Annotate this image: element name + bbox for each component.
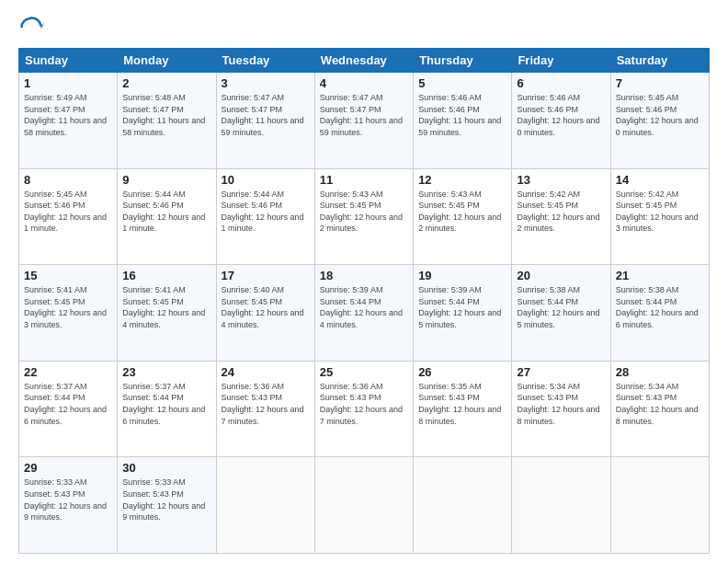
calendar-cell: 21Sunrise: 5:38 AMSunset: 5:44 PMDayligh…: [610, 265, 709, 362]
day-info: Sunrise: 5:47 AMSunset: 5:47 PMDaylight:…: [222, 93, 304, 137]
calendar-cell: 6Sunrise: 5:46 AMSunset: 5:46 PMDaylight…: [512, 73, 610, 169]
day-number: 6: [517, 76, 605, 90]
calendar-cell: 19Sunrise: 5:39 AMSunset: 5:44 PMDayligh…: [414, 265, 512, 362]
day-info: Sunrise: 5:33 AMSunset: 5:43 PMDaylight:…: [122, 477, 205, 522]
calendar-cell: 28Sunrise: 5:34 AMSunset: 5:43 PMDayligh…: [610, 361, 709, 457]
day-number: 25: [320, 365, 408, 379]
weekday-header-tuesday: Tuesday: [216, 49, 314, 73]
day-number: 24: [222, 365, 310, 379]
calendar-cell: 16Sunrise: 5:41 AMSunset: 5:45 PMDayligh…: [118, 265, 216, 362]
day-info: Sunrise: 5:37 AMSunset: 5:44 PMDaylight:…: [24, 382, 107, 426]
calendar-cell: [216, 457, 314, 554]
day-info: Sunrise: 5:44 AMSunset: 5:46 PMDaylight:…: [222, 190, 304, 234]
day-info: Sunrise: 5:39 AMSunset: 5:44 PMDaylight:…: [418, 285, 501, 329]
calendar-cell: 2Sunrise: 5:48 AMSunset: 5:47 PMDaylight…: [118, 73, 216, 169]
day-number: 11: [320, 173, 408, 187]
day-info: Sunrise: 5:40 AMSunset: 5:45 PMDaylight:…: [222, 285, 304, 329]
day-info: Sunrise: 5:39 AMSunset: 5:44 PMDaylight:…: [320, 285, 403, 329]
calendar-cell: [512, 457, 610, 554]
calendar-cell: [414, 457, 512, 554]
day-info: Sunrise: 5:38 AMSunset: 5:44 PMDaylight:…: [616, 285, 699, 329]
calendar-cell: 3Sunrise: 5:47 AMSunset: 5:47 PMDaylight…: [216, 73, 314, 169]
day-number: 2: [122, 76, 210, 90]
weekday-header-row: SundayMondayTuesdayWednesdayThursdayFrid…: [19, 49, 710, 73]
day-info: Sunrise: 5:43 AMSunset: 5:45 PMDaylight:…: [418, 190, 501, 234]
page: SundayMondayTuesdayWednesdayThursdayFrid…: [0, 0, 728, 563]
calendar-cell: 4Sunrise: 5:47 AMSunset: 5:47 PMDaylight…: [314, 73, 413, 169]
day-number: 9: [122, 173, 210, 187]
day-number: 15: [24, 269, 112, 282]
calendar-cell: 11Sunrise: 5:43 AMSunset: 5:45 PMDayligh…: [314, 168, 413, 265]
calendar-cell: 20Sunrise: 5:38 AMSunset: 5:44 PMDayligh…: [512, 265, 610, 362]
weekday-header-wednesday: Wednesday: [314, 49, 413, 73]
day-info: Sunrise: 5:43 AMSunset: 5:45 PMDaylight:…: [320, 190, 403, 234]
calendar-week-4: 22Sunrise: 5:37 AMSunset: 5:44 PMDayligh…: [19, 361, 710, 457]
weekday-header-friday: Friday: [512, 49, 610, 73]
day-info: Sunrise: 5:34 AMSunset: 5:43 PMDaylight:…: [616, 382, 699, 426]
weekday-header-monday: Monday: [118, 49, 216, 73]
day-info: Sunrise: 5:44 AMSunset: 5:46 PMDaylight:…: [122, 190, 205, 234]
calendar-cell: [314, 457, 413, 554]
calendar-cell: 18Sunrise: 5:39 AMSunset: 5:44 PMDayligh…: [314, 265, 413, 362]
weekday-header-saturday: Saturday: [610, 49, 709, 73]
calendar-cell: 15Sunrise: 5:41 AMSunset: 5:45 PMDayligh…: [19, 265, 118, 362]
logo-icon: [18, 15, 44, 40]
day-number: 1: [24, 76, 112, 90]
calendar-cell: 9Sunrise: 5:44 AMSunset: 5:46 PMDaylight…: [118, 168, 216, 265]
calendar-cell: 1Sunrise: 5:49 AMSunset: 5:47 PMDaylight…: [19, 73, 118, 169]
calendar-cell: 23Sunrise: 5:37 AMSunset: 5:44 PMDayligh…: [118, 361, 216, 457]
day-info: Sunrise: 5:41 AMSunset: 5:45 PMDaylight:…: [24, 285, 107, 329]
calendar-week-2: 8Sunrise: 5:45 AMSunset: 5:46 PMDaylight…: [19, 168, 710, 265]
calendar-week-1: 1Sunrise: 5:49 AMSunset: 5:47 PMDaylight…: [19, 73, 710, 169]
weekday-header-thursday: Thursday: [414, 49, 512, 73]
header: [18, 15, 710, 40]
calendar-cell: 30Sunrise: 5:33 AMSunset: 5:43 PMDayligh…: [118, 457, 216, 554]
calendar-table: SundayMondayTuesdayWednesdayThursdayFrid…: [18, 48, 710, 554]
calendar-cell: 27Sunrise: 5:34 AMSunset: 5:43 PMDayligh…: [512, 361, 610, 457]
calendar-cell: 22Sunrise: 5:37 AMSunset: 5:44 PMDayligh…: [19, 361, 118, 457]
day-info: Sunrise: 5:41 AMSunset: 5:45 PMDaylight:…: [122, 285, 205, 329]
calendar-cell: 8Sunrise: 5:45 AMSunset: 5:46 PMDaylight…: [19, 168, 118, 265]
day-number: 5: [418, 76, 506, 90]
calendar-week-5: 29Sunrise: 5:33 AMSunset: 5:43 PMDayligh…: [19, 457, 710, 554]
day-number: 10: [222, 173, 310, 187]
day-number: 3: [222, 76, 310, 90]
day-number: 7: [616, 76, 704, 90]
day-info: Sunrise: 5:45 AMSunset: 5:46 PMDaylight:…: [616, 93, 699, 137]
day-info: Sunrise: 5:46 AMSunset: 5:46 PMDaylight:…: [517, 93, 599, 137]
calendar-cell: 7Sunrise: 5:45 AMSunset: 5:46 PMDaylight…: [610, 73, 709, 169]
day-info: Sunrise: 5:38 AMSunset: 5:44 PMDaylight:…: [517, 285, 599, 329]
calendar-cell: 29Sunrise: 5:33 AMSunset: 5:43 PMDayligh…: [19, 457, 118, 554]
day-number: 20: [517, 269, 605, 282]
day-number: 21: [616, 269, 704, 282]
day-number: 29: [24, 461, 112, 475]
calendar-week-3: 15Sunrise: 5:41 AMSunset: 5:45 PMDayligh…: [19, 265, 710, 362]
day-info: Sunrise: 5:42 AMSunset: 5:45 PMDaylight:…: [616, 190, 699, 234]
calendar-cell: 24Sunrise: 5:36 AMSunset: 5:43 PMDayligh…: [216, 361, 314, 457]
logo: [18, 15, 48, 40]
day-number: 12: [418, 173, 506, 187]
day-number: 8: [24, 173, 112, 187]
calendar-cell: 14Sunrise: 5:42 AMSunset: 5:45 PMDayligh…: [610, 168, 709, 265]
day-info: Sunrise: 5:36 AMSunset: 5:43 PMDaylight:…: [320, 382, 403, 426]
calendar-cell: 25Sunrise: 5:36 AMSunset: 5:43 PMDayligh…: [314, 361, 413, 457]
day-info: Sunrise: 5:36 AMSunset: 5:43 PMDaylight:…: [222, 382, 304, 426]
day-number: 30: [122, 461, 210, 475]
day-number: 18: [320, 269, 408, 282]
day-number: 4: [320, 76, 408, 90]
day-number: 23: [122, 365, 210, 379]
calendar-cell: 26Sunrise: 5:35 AMSunset: 5:43 PMDayligh…: [414, 361, 512, 457]
calendar-cell: [610, 457, 709, 554]
day-info: Sunrise: 5:46 AMSunset: 5:46 PMDaylight:…: [418, 93, 501, 137]
day-info: Sunrise: 5:47 AMSunset: 5:47 PMDaylight:…: [320, 93, 403, 137]
day-number: 27: [517, 365, 605, 379]
day-info: Sunrise: 5:37 AMSunset: 5:44 PMDaylight:…: [122, 382, 205, 426]
calendar-cell: 13Sunrise: 5:42 AMSunset: 5:45 PMDayligh…: [512, 168, 610, 265]
day-number: 26: [418, 365, 506, 379]
day-number: 17: [222, 269, 310, 282]
calendar-cell: 10Sunrise: 5:44 AMSunset: 5:46 PMDayligh…: [216, 168, 314, 265]
calendar-cell: 12Sunrise: 5:43 AMSunset: 5:45 PMDayligh…: [414, 168, 512, 265]
day-info: Sunrise: 5:49 AMSunset: 5:47 PMDaylight:…: [24, 93, 107, 137]
calendar-cell: 17Sunrise: 5:40 AMSunset: 5:45 PMDayligh…: [216, 265, 314, 362]
day-info: Sunrise: 5:34 AMSunset: 5:43 PMDaylight:…: [517, 382, 599, 426]
